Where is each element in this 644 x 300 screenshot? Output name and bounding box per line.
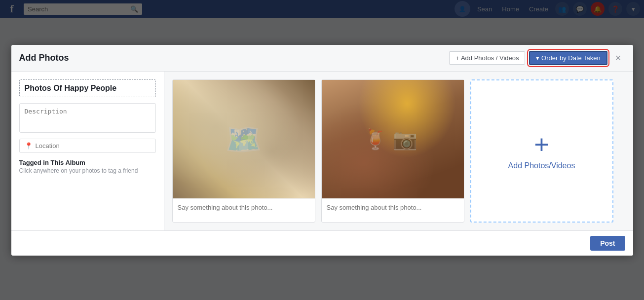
modal-overlay: Add Photos + Add Photos / Videos ▾ Order… [0,0,644,18]
